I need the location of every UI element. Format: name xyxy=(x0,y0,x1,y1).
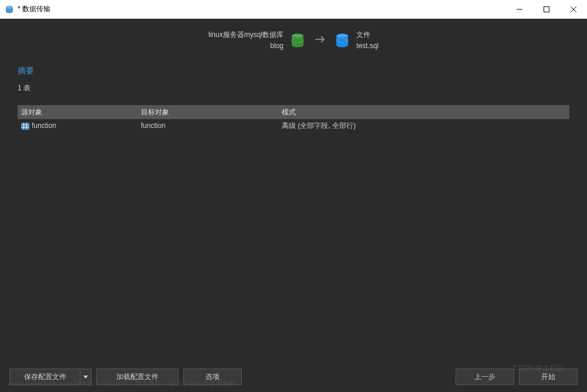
svg-rect-3 xyxy=(544,6,549,12)
svg-rect-10 xyxy=(21,123,29,130)
table-icon xyxy=(21,123,29,130)
window-title: * 数据传输 xyxy=(18,4,506,14)
titlebar: * 数据传输 xyxy=(0,0,587,19)
start-button[interactable]: 开始 xyxy=(519,369,578,385)
close-button[interactable] xyxy=(560,0,587,19)
dest-info: 文件 test.sql xyxy=(334,29,379,52)
svg-point-8 xyxy=(336,34,348,38)
header-mode[interactable]: 模式 xyxy=(282,107,552,117)
load-profile-button[interactable]: 加载配置文件 xyxy=(96,369,178,385)
row-target: function xyxy=(141,121,282,130)
back-button[interactable]: 上一步 xyxy=(456,369,514,385)
footer: 保存配置文件 加载配置文件 选项 上一步 开始 xyxy=(0,363,587,392)
summary-title: 摘要 xyxy=(18,66,569,76)
source-db: blog xyxy=(208,40,284,52)
dest-label: 文件 xyxy=(356,29,379,40)
options-button[interactable]: 选项 xyxy=(183,369,242,385)
summary-section: 摘要 1 表 xyxy=(0,60,587,105)
transfer-header: linux服务器mysql数据库 blog xyxy=(0,19,587,60)
row-mode: 高级 (全部字段, 全部行) xyxy=(282,121,552,131)
row-source: function xyxy=(32,121,56,130)
table-container: 源对象 目标对象 模式 function xyxy=(0,105,587,363)
header-source[interactable]: 源对象 xyxy=(18,107,141,117)
summary-count: 1 表 xyxy=(18,83,569,93)
save-profile-button[interactable]: 保存配置文件 xyxy=(9,369,80,385)
table-header: 源对象 目标对象 模式 xyxy=(18,105,569,119)
database-dest-icon xyxy=(334,32,350,49)
dest-file: test.sql xyxy=(356,40,379,52)
save-profile-split: 保存配置文件 xyxy=(9,369,92,385)
window-controls xyxy=(506,0,587,19)
save-profile-dropdown[interactable] xyxy=(80,369,92,385)
app-icon xyxy=(5,5,14,14)
table-row[interactable]: function function 高级 (全部字段, 全部行) xyxy=(18,119,569,132)
minimize-button[interactable] xyxy=(506,0,533,19)
source-label: linux服务器mysql数据库 xyxy=(208,29,284,40)
svg-point-6 xyxy=(292,34,303,38)
window: * 数据传输 linux服务器mysql数据库 blog xyxy=(0,0,587,392)
header-target[interactable]: 目标对象 xyxy=(141,107,282,117)
main-panel: linux服务器mysql数据库 blog xyxy=(0,19,587,392)
arrow-right-icon xyxy=(314,35,326,46)
maximize-button[interactable] xyxy=(533,0,560,19)
source-info: linux服务器mysql数据库 blog xyxy=(208,29,306,52)
database-source-icon xyxy=(289,32,306,49)
